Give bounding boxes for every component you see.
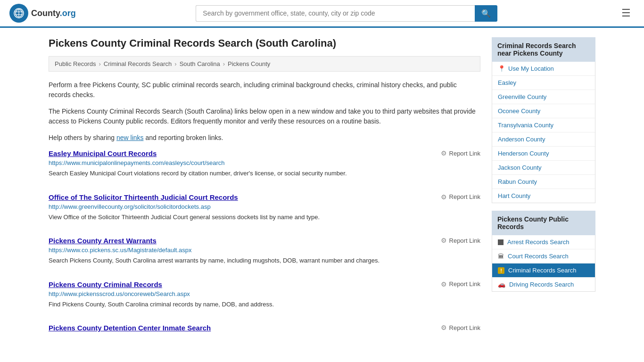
breadcrumb-current: Pickens County bbox=[228, 60, 270, 67]
logo-icon bbox=[9, 4, 28, 23]
sidebar-record-item[interactable]: 🚗 Driving Records Search bbox=[492, 278, 595, 291]
description-para1: Perform a free Pickens County, SC public… bbox=[49, 80, 480, 100]
use-location-link[interactable]: Use My Location bbox=[508, 65, 554, 72]
sidebar-nearby-item[interactable]: Oconee County bbox=[492, 104, 595, 118]
result-title-link[interactable]: Pickens County Detention Center Inmate S… bbox=[49, 324, 211, 332]
result-item: Office of The Solicitor Thirteenth Judic… bbox=[49, 193, 480, 224]
site-header: County.org 🔍 ☰ bbox=[0, 0, 644, 28]
report-link-button[interactable]: ⚙ Report Link bbox=[441, 149, 480, 157]
sidebar-use-location[interactable]: 📍 Use My Location bbox=[492, 62, 595, 76]
search-bar: 🔍 bbox=[196, 5, 497, 22]
sidebar-record-item[interactable]: 🏛 Court Records Search bbox=[492, 249, 595, 263]
result-description: Search Easley Municipal Court violations… bbox=[49, 169, 480, 178]
sidebar-nearby-item[interactable]: Greenville County bbox=[492, 90, 595, 104]
report-link-button[interactable]: ⚙ Report Link bbox=[441, 193, 480, 201]
result-item: Easley Municipal Court Records ⚙ Report … bbox=[49, 149, 480, 180]
sidebar-nearby-item[interactable]: Anderson County bbox=[492, 132, 595, 147]
sidebar-nearby-header: Criminal Records Search near Pickens Cou… bbox=[492, 37, 595, 62]
result-title-link[interactable]: Pickens County Criminal Records bbox=[49, 280, 162, 288]
sidebar-record-link[interactable]: Driving Records Search bbox=[509, 281, 574, 288]
result-url: https://www.municipalonlinepayments.com/… bbox=[49, 159, 480, 166]
exclaim-icon: ! bbox=[498, 267, 504, 274]
logo-text: County.org bbox=[31, 8, 76, 18]
sidebar-record-link[interactable]: Arrest Records Search bbox=[507, 239, 570, 246]
sidebar-public-records-box: Pickens County Public Records Arrest Rec… bbox=[492, 211, 595, 292]
sidebar-public-records-header: Pickens County Public Records bbox=[492, 211, 595, 235]
result-item: Pickens County Detention Center Inmate S… bbox=[49, 324, 480, 336]
page-title: Pickens County Criminal Records Search (… bbox=[49, 37, 480, 49]
result-url: https://www.co.pickens.sc.us/Magistrate/… bbox=[49, 247, 480, 254]
breadcrumb-public-records[interactable]: Public Records bbox=[55, 60, 96, 67]
sidebar-nearby-link[interactable]: Greenville County bbox=[498, 93, 546, 100]
logo-link[interactable]: County.org bbox=[9, 4, 76, 23]
search-input[interactable] bbox=[196, 5, 475, 22]
result-url: http://www.pickensscrod.us/oncoreweb/Sea… bbox=[49, 290, 480, 297]
search-button[interactable]: 🔍 bbox=[475, 5, 497, 22]
breadcrumb-state[interactable]: South Carolina bbox=[180, 60, 220, 67]
result-description: View Office of the Solicitor Thirteenth … bbox=[49, 213, 480, 222]
sidebar-record-link[interactable]: Criminal Records Search bbox=[508, 267, 577, 274]
breadcrumb-criminal-records[interactable]: Criminal Records Search bbox=[104, 60, 172, 67]
result-url: http://www.greenvillecounty.org/solicito… bbox=[49, 203, 480, 210]
result-title-row: Pickens County Criminal Records ⚙ Report… bbox=[49, 280, 480, 288]
sidebar-nearby-link[interactable]: Oconee County bbox=[498, 107, 540, 115]
sidebar-record-item[interactable]: ! Criminal Records Search bbox=[492, 263, 595, 278]
report-icon: ⚙ bbox=[441, 149, 447, 157]
sidebar-public-records-list: Arrest Records Search 🏛 Court Records Se… bbox=[492, 235, 595, 292]
breadcrumb: Public Records › Criminal Records Search… bbox=[49, 56, 480, 72]
breadcrumb-sep-2: › bbox=[174, 60, 176, 67]
report-link-label: Report Link bbox=[449, 237, 480, 244]
result-title-link[interactable]: Easley Municipal Court Records bbox=[49, 149, 157, 157]
report-link-button[interactable]: ⚙ Report Link bbox=[441, 324, 480, 331]
result-title-link[interactable]: Office of The Solicitor Thirteenth Judic… bbox=[49, 193, 238, 201]
sidebar-nearby-link[interactable]: Jackson County bbox=[498, 164, 542, 171]
sidebar-nearby-link[interactable]: Rabun County bbox=[498, 178, 537, 185]
report-icon: ⚙ bbox=[441, 237, 447, 244]
sidebar-record-item[interactable]: Arrest Records Search bbox=[492, 235, 595, 249]
breadcrumb-sep-3: › bbox=[223, 60, 225, 67]
bank-icon: 🏛 bbox=[498, 253, 504, 260]
square-icon bbox=[498, 239, 504, 245]
result-description: Find Pickens County, South Carolina crim… bbox=[49, 300, 480, 309]
sidebar-nearby-item[interactable]: Transylvania County bbox=[492, 118, 595, 132]
page-wrapper: Pickens County Criminal Records Search (… bbox=[39, 28, 605, 358]
results-list: Easley Municipal Court Records ⚙ Report … bbox=[49, 149, 480, 336]
report-link-label: Report Link bbox=[449, 193, 480, 200]
sidebar-record-link[interactable]: Court Records Search bbox=[508, 253, 569, 260]
report-icon: ⚙ bbox=[441, 280, 447, 288]
search-icon: 🔍 bbox=[481, 9, 491, 17]
report-link-label: Report Link bbox=[449, 324, 480, 331]
sidebar-nearby-link[interactable]: Henderson County bbox=[498, 150, 549, 157]
sidebar-nearby-link[interactable]: Transylvania County bbox=[498, 122, 553, 129]
result-item: Pickens County Arrest Warrants ⚙ Report … bbox=[49, 237, 480, 267]
result-title-link[interactable]: Pickens County Arrest Warrants bbox=[49, 237, 157, 245]
result-title-row: Pickens County Arrest Warrants ⚙ Report … bbox=[49, 237, 480, 245]
main-content: Pickens County Criminal Records Search (… bbox=[49, 37, 480, 349]
report-link-button[interactable]: ⚙ Report Link bbox=[441, 280, 480, 288]
menu-button[interactable]: ☰ bbox=[618, 5, 635, 21]
report-link-label: Report Link bbox=[449, 280, 480, 288]
result-title-row: Easley Municipal Court Records ⚙ Report … bbox=[49, 149, 480, 157]
result-item: Pickens County Criminal Records ⚙ Report… bbox=[49, 280, 480, 311]
car-icon: 🚗 bbox=[498, 281, 505, 288]
sidebar-nearby-item[interactable]: Easley bbox=[492, 76, 595, 90]
sidebar-nearby-item[interactable]: Rabun County bbox=[492, 175, 595, 189]
report-icon: ⚙ bbox=[441, 324, 447, 331]
sidebar-nearby-link[interactable]: Easley bbox=[498, 79, 516, 86]
result-title-row: Pickens County Detention Center Inmate S… bbox=[49, 324, 480, 332]
sidebar-nearby-link[interactable]: Hart County bbox=[498, 192, 530, 199]
sidebar-nearby-item[interactable]: Hart County bbox=[492, 189, 595, 203]
hamburger-icon: ☰ bbox=[621, 7, 631, 19]
result-description: Search Pickens County, South Carolina ar… bbox=[49, 256, 480, 265]
sidebar-nearby-item[interactable]: Henderson County bbox=[492, 147, 595, 161]
report-link-button[interactable]: ⚙ Report Link bbox=[441, 237, 480, 244]
sidebar-nearby-link[interactable]: Anderson County bbox=[498, 136, 545, 143]
pin-icon: 📍 bbox=[498, 65, 505, 72]
sidebar: Criminal Records Search near Pickens Cou… bbox=[492, 37, 595, 349]
sidebar-nearby-item[interactable]: Jackson County bbox=[492, 161, 595, 175]
description-para3: Help others by sharing new links and rep… bbox=[49, 133, 480, 143]
sidebar-nearby-box: Criminal Records Search near Pickens Cou… bbox=[492, 37, 595, 203]
result-title-row: Office of The Solicitor Thirteenth Judic… bbox=[49, 193, 480, 201]
new-links-link[interactable]: new links bbox=[116, 134, 144, 141]
description-para2: The Pickens County Criminal Records Sear… bbox=[49, 107, 480, 126]
